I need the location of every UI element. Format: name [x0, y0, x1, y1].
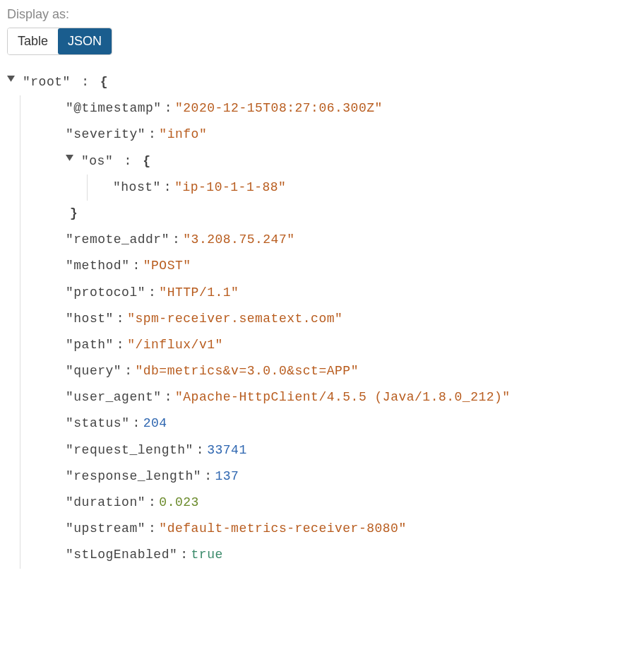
json-key: "root"	[23, 75, 71, 89]
json-children: "@timestamp" : "2020-12-15T08:27:06.300Z…	[20, 95, 637, 568]
json-string-value: "default-metrics-receiver-8080"	[159, 520, 406, 538]
json-key: "response_length"	[66, 468, 201, 485]
json-string-value: "spm-receiver.sematext.com"	[127, 310, 342, 328]
json-key: "severity"	[66, 126, 145, 143]
json-root-row[interactable]: "root" : {	[7, 69, 637, 95]
display-toggle-group: Table JSON	[7, 28, 112, 55]
json-key: "query"	[66, 362, 121, 380]
json-string-value: "info"	[159, 126, 207, 143]
svg-marker-1	[66, 155, 73, 161]
json-string-value: "POST"	[143, 257, 191, 275]
json-string-value: "db=metrics&v=3.0.0&sct=APP"	[135, 362, 358, 380]
json-object-row[interactable]: "os" : {	[20, 148, 637, 175]
json-string-value: "3.208.75.247"	[183, 231, 294, 249]
svg-marker-0	[7, 76, 15, 82]
json-string-value: "/influx/v1"	[127, 336, 223, 354]
json-number-value: 33741	[207, 442, 247, 459]
json-field-row[interactable]: "upstream" : "default-metrics-receiver-8…	[20, 516, 637, 542]
json-field-row[interactable]: "host" : "ip-10-1-1-88"	[88, 175, 637, 201]
json-field-row[interactable]: "query" : "db=metrics&v=3.0.0&sct=APP"	[20, 358, 637, 384]
json-field-row[interactable]: "duration" : 0.023	[20, 490, 637, 516]
json-key: "status"	[66, 415, 129, 432]
toggle-json-button[interactable]: JSON	[58, 28, 112, 54]
json-key: "remote_addr"	[66, 231, 169, 249]
colon: :	[78, 75, 92, 89]
caret-down-icon[interactable]	[7, 76, 17, 85]
toggle-table-button[interactable]: Table	[8, 28, 58, 54]
json-field-row[interactable]: "user_agent" : "Apache-HttpClient/4.5.5 …	[20, 384, 637, 410]
display-as-label: Display as:	[7, 7, 637, 22]
json-field-row[interactable]: "@timestamp" : "2020-12-15T08:27:06.300Z…	[20, 95, 637, 122]
json-field-row[interactable]: "stLogEnabled" : true	[20, 542, 637, 568]
json-field-row[interactable]: "severity" : "info"	[20, 122, 637, 148]
json-field-row[interactable]: "path" : "/influx/v1"	[20, 332, 637, 358]
json-key: "os"	[81, 154, 113, 168]
close-brace: }	[70, 205, 78, 223]
json-bool-value: true	[191, 546, 223, 564]
json-key: "request_length"	[66, 442, 193, 459]
json-string-value: "2020-12-15T08:27:06.300Z"	[175, 100, 383, 117]
json-key: "upstream"	[66, 520, 145, 538]
json-number-value: 137	[215, 468, 239, 485]
json-number-value: 0.023	[159, 494, 199, 512]
json-string-value: "HTTP/1.1"	[159, 284, 239, 302]
json-key: "protocol"	[66, 284, 145, 302]
json-key: "user_agent"	[66, 389, 162, 406]
json-key: "duration"	[66, 494, 145, 512]
open-brace: {	[100, 75, 108, 89]
json-field-row[interactable]: "remote_addr" : "3.208.75.247"	[20, 227, 637, 253]
json-children: "host" : "ip-10-1-1-88"	[87, 175, 637, 201]
json-field-row[interactable]: "host" : "spm-receiver.sematext.com"	[20, 306, 637, 332]
caret-down-icon[interactable]	[66, 155, 76, 165]
json-number-value: 204	[143, 415, 167, 432]
json-field-row[interactable]: "method" : "POST"	[20, 253, 637, 279]
json-field-row[interactable]: "request_length" : 33741	[20, 437, 637, 463]
json-field-row[interactable]: "status" : 204	[20, 410, 637, 437]
json-close-brace-row: }	[20, 201, 637, 227]
json-key: "host"	[113, 179, 161, 196]
json-key: "host"	[66, 310, 114, 328]
json-field-row[interactable]: "response_length" : 137	[20, 463, 637, 490]
json-string-value: "Apache-HttpClient/4.5.5 (Java/1.8.0_212…	[175, 389, 511, 406]
json-field-row[interactable]: "protocol" : "HTTP/1.1"	[20, 280, 637, 306]
json-key: "path"	[66, 336, 114, 354]
open-brace: {	[143, 154, 150, 168]
json-string-value: "ip-10-1-1-88"	[174, 179, 286, 196]
json-viewer: "root" : { "@timestamp" : "2020-12-15T08…	[7, 69, 637, 569]
json-key: "@timestamp"	[66, 100, 162, 117]
json-key: "stLogEnabled"	[66, 546, 177, 564]
json-key: "method"	[66, 257, 129, 275]
